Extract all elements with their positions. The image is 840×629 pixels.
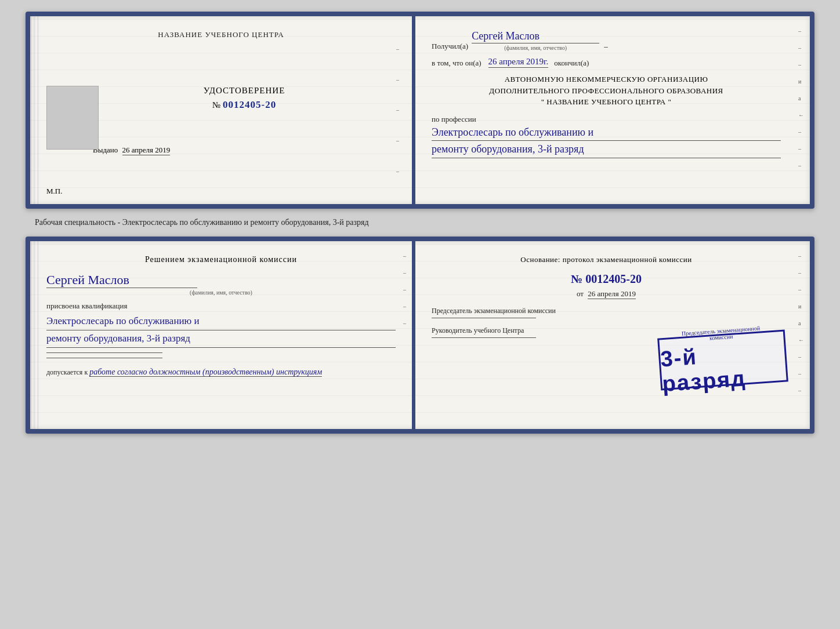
- between-label: Рабочая специальность - Электрослесарь п…: [12, 218, 801, 227]
- right-ticks-2: – – – и а ← – – –: [798, 253, 804, 394]
- number-label-1: №: [212, 100, 220, 110]
- vtom-row: в том, что он(а) 26 апреля 2019г. окончи…: [432, 57, 781, 68]
- dopuskaetsya-value: работе согласно должностным (производств…: [89, 368, 322, 377]
- card2-left-panel: Решением экзаменационной комиссии Сергей…: [30, 241, 412, 429]
- card1-left-panel: НАЗВАНИЕ УЧЕБНОГО ЦЕНТРА УДОСТОВЕРЕНИЕ №…: [30, 16, 412, 204]
- predsedatel-sig-line: [432, 318, 536, 318]
- dopuskaetsya-block: допускается к работе согласно должностны…: [46, 368, 396, 377]
- dash-1: –: [604, 42, 608, 51]
- name-block: Сергей Маслов (фамилия, имя, отчество): [46, 272, 396, 296]
- osnovanie-title: Основание: протокол экзаменационной коми…: [432, 255, 781, 264]
- right-ticks-1: – – – и а ← – – –: [798, 28, 804, 169]
- block-line1: АВТОНОМНУЮ НЕКОММЕРЧЕСКУЮ ОРГАНИЗАЦИЮ: [432, 74, 781, 85]
- komissia-title: Решением экзаменационной комиссии: [46, 255, 396, 264]
- block-line2: ДОПОЛНИТЕЛЬНОГО ПРОФЕССИОНАЛЬНОГО ОБРАЗО…: [432, 85, 781, 97]
- name-value: Сергей Маслов: [46, 272, 197, 288]
- card2-number: № 0012405-20: [432, 272, 781, 286]
- udostoverenie-block: УДОСТОВЕРЕНИЕ № 0012405-20: [93, 86, 396, 111]
- poluchil-value: Сергей Маслов: [472, 30, 599, 43]
- dopuskaetsya-label: допускается к: [46, 368, 88, 376]
- vydano-date: 26 апреля 2019: [122, 146, 171, 155]
- profession-line2: ремонту оборудования, 3-й разряд: [432, 141, 781, 158]
- okonchil-label: окончил(а): [554, 59, 589, 68]
- profession-block: по профессии Электрослесарь по обслужива…: [432, 114, 781, 159]
- block-text: АВТОНОМНУЮ НЕКОММЕРЧЕСКУЮ ОРГАНИЗАЦИЮ ДО…: [432, 74, 781, 108]
- udostoverenie-title: УДОСТОВЕРЕНИЕ: [93, 86, 396, 96]
- poluchil-label: Получил(а): [432, 42, 468, 51]
- predsedatel-text: Председатель экзаменационной комиссии: [432, 307, 781, 315]
- kvalif-line1: Электрослесарь по обслуживанию и: [46, 313, 396, 330]
- poluchil-subtext: (фамилия, имя, отчество): [472, 45, 599, 51]
- left-panel-ticks: – – – – –: [403, 253, 406, 326]
- name-subtext: (фамилия, имя, отчество): [46, 289, 396, 296]
- certificate-card-2: Решением экзаменационной комиссии Сергей…: [26, 237, 814, 434]
- po-professii-label: по профессии: [432, 115, 476, 123]
- mp-label: М.П.: [46, 187, 62, 196]
- poluchil-row: Получил(а) Сергей Маслов (фамилия, имя, …: [432, 30, 781, 51]
- block-line3: " НАЗВАНИЕ УЧЕБНОГО ЦЕНТРА ": [432, 96, 781, 108]
- card2-right-panel: Основание: протокол экзаменационной коми…: [415, 241, 810, 429]
- certificate-card-1: НАЗВАНИЕ УЧЕБНОГО ЦЕНТРА УДОСТОВЕРЕНИЕ №…: [26, 12, 814, 209]
- photo-placeholder: [46, 86, 99, 150]
- vydano-line: Выдано 26 апреля 2019: [93, 146, 396, 155]
- profession-line1: Электрослесарь по обслуживанию и: [432, 124, 781, 141]
- ot-label: от: [577, 289, 584, 298]
- vtom-label: в том, что он(а): [432, 59, 481, 68]
- vtom-date: 26 апреля 2019г.: [488, 57, 549, 68]
- stamp: Председатель экзаменационнойкомиссии 3-й…: [657, 329, 788, 390]
- card2-number-label: №: [571, 272, 582, 285]
- card1-right-panel: Получил(а) Сергей Маслов (фамилия, имя, …: [415, 16, 810, 204]
- tick-marks-left: – – – – –: [396, 34, 399, 187]
- stamp-main-text: 3-й разряд: [660, 339, 787, 397]
- certificate-number-1: 0012405-20: [223, 99, 276, 110]
- ot-date-value: 26 апреля 2019: [588, 289, 636, 299]
- rukovoditel-sig-line: [432, 337, 536, 338]
- center-title-1: НАЗВАНИЕ УЧЕБНОГО ЦЕНТРА: [46, 30, 396, 39]
- ot-date-block: от 26 апреля 2019: [432, 289, 781, 299]
- sig-line-2: [46, 358, 162, 358]
- card2-number-value: 0012405-20: [585, 272, 642, 285]
- sig-line-1: [46, 352, 162, 353]
- kvalif-line2: ремонту оборудования, 3-й разряд: [46, 330, 396, 348]
- prisvoena-text: присвоена квалификация: [46, 301, 396, 311]
